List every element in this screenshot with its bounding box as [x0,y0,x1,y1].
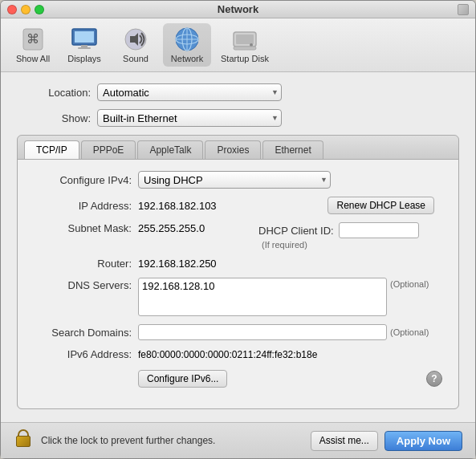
subnet-row: Subnet Mask: 255.255.255.0 DHCP Client I… [34,222,442,250]
window-title: Network [1,3,475,15]
router-label: Router: [34,258,138,270]
title-bar: Network [1,1,475,18]
bottom-buttons: Assist me... Apply Now [311,431,462,451]
location-row: Location: Automatic [17,83,459,101]
configure-label: Configure IPv4: [34,174,138,186]
ipv6-value: fe80:0000:0000:0000:0211:24ff:fe32:b18e [138,349,317,360]
search-label: Search Domains: [34,327,138,339]
assist-me-button[interactable]: Assist me... [311,431,378,451]
configure-ipv6-button[interactable]: Configure IPv6... [138,370,227,388]
tab-ethernet[interactable]: Ethernet [262,140,323,159]
dhcp-client-input[interactable] [339,222,419,238]
lock-body [16,436,31,447]
svg-point-15 [250,43,253,47]
toolbar-item-show-all[interactable]: ⌘ Show All [9,23,57,67]
show-label: Show: [17,112,97,124]
lock-text: Click the lock to prevent further change… [41,435,303,446]
search-domains-input[interactable] [138,324,387,340]
dhcp-client-row: DHCP Client ID: [258,222,419,238]
apply-now-button[interactable]: Apply Now [384,431,462,451]
toolbar-item-displays[interactable]: Displays [60,23,108,67]
dns-label: DNS Servers: [34,278,138,291]
lock-icon[interactable] [14,429,33,452]
if-required-text: (If required) [258,240,307,250]
ipv6-label: IPv6 Address: [34,348,138,360]
show-select[interactable]: Built-in Ethernet [97,109,282,127]
configure-select[interactable]: Using DHCP [138,171,331,189]
toolbar-label-sound: Sound [123,54,148,63]
tabs-header: TCP/IP PPPoE AppleTalk Proxies Ethernet [18,136,458,160]
toolbar-item-startup-disk[interactable]: Startup Disk [214,23,275,67]
renew-dhcp-button[interactable]: Renew DHCP Lease [328,197,434,214]
configure-row: Configure IPv4: Using DHCP [34,171,442,189]
subnet-value: 255.255.255.0 [138,222,258,234]
resize-handle[interactable] [458,4,469,15]
location-label: Location: [17,87,97,99]
network-icon [174,26,200,52]
tab-pppoe[interactable]: PPPoE [81,140,136,159]
toolbar-label-startup-disk: Startup Disk [221,54,269,63]
traffic-lights [7,5,44,14]
startup-disk-icon [232,26,258,52]
show-row: Show: Built-in Ethernet [17,109,459,127]
maximize-button[interactable] [35,5,44,14]
ipv6-row: IPv6 Address: fe80:0000:0000:0000:0211:2… [34,348,442,360]
bottom-bar: Click the lock to prevent further change… [1,422,475,458]
configure-select-wrapper: Using DHCP [138,171,331,189]
router-row: Router: 192.168.182.250 [34,258,442,270]
location-select-wrapper: Automatic [97,83,282,101]
toolbar-label-displays: Displays [67,54,101,63]
close-button[interactable] [7,5,17,14]
svg-text:⌘: ⌘ [26,32,39,46]
toolbar-item-network[interactable]: Network [163,23,211,67]
tabs-container: TCP/IP PPPoE AppleTalk Proxies Ethernet … [17,135,459,409]
dns-optional: (Optional) [390,278,429,289]
main-content: Location: Automatic Show: Built-in Ether… [1,72,475,422]
svg-rect-3 [75,31,94,43]
toolbar-label-show-all: Show All [16,54,50,63]
apple-icon: ⌘ [20,26,46,52]
svg-rect-16 [234,47,256,50]
ip-row: IP Address: 192.168.182.103 Renew DHCP L… [34,197,442,214]
tab-tcp-ip[interactable]: TCP/IP [24,140,79,159]
subnet-label: Subnet Mask: [34,222,138,234]
tab-proxies[interactable]: Proxies [205,140,261,159]
location-select[interactable]: Automatic [97,83,282,101]
svg-rect-4 [81,45,87,47]
show-select-wrapper: Built-in Ethernet [97,109,282,127]
toolbar: ⌘ Show All Displays [1,18,475,72]
minimize-button[interactable] [21,5,31,14]
ipv6-controls: Configure IPv6... ? [34,370,442,388]
dns-input[interactable]: 192.168.128.10 [138,278,387,316]
tabs-content: Configure IPv4: Using DHCP IP Address: 1… [18,160,458,408]
router-value: 192.168.182.250 [138,258,217,270]
displays-icon [71,26,97,52]
search-row: Search Domains: (Optional) [34,324,442,340]
lock-shackle [18,429,29,436]
toolbar-label-network: Network [171,54,203,63]
ip-label: IP Address: [34,200,138,212]
tab-appletalk[interactable]: AppleTalk [137,140,203,159]
dhcp-client-label: DHCP Client ID: [258,225,334,237]
ip-value: 192.168.182.103 [138,200,328,212]
help-button[interactable]: ? [426,371,442,387]
dns-row: DNS Servers: 192.168.128.10 (Optional) [34,278,442,316]
window: Network ⌘ Show All [0,0,476,459]
svg-rect-5 [78,47,91,49]
svg-rect-14 [236,35,254,44]
toolbar-item-sound[interactable]: Sound [112,23,160,67]
sound-icon [123,26,148,52]
dhcp-client-area: DHCP Client ID: (If required) [258,222,419,250]
search-optional: (Optional) [390,327,429,337]
